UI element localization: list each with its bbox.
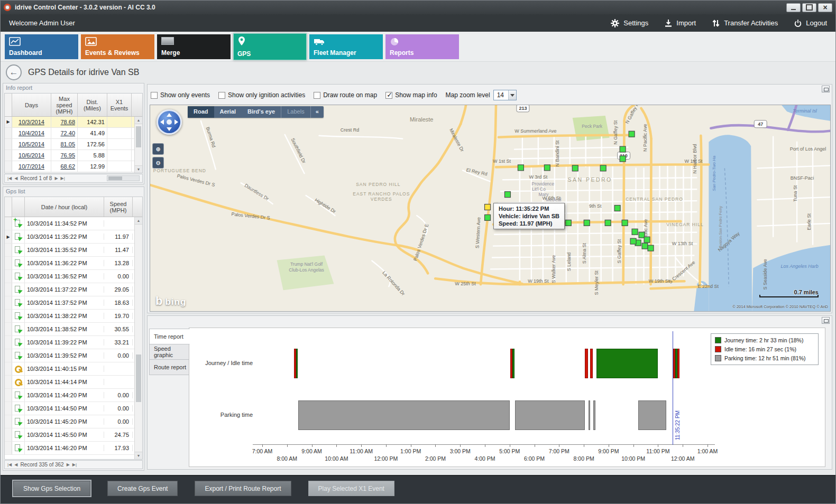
day-link[interactable]: 10/5/2014 [12, 139, 51, 150]
checkbox-box-show-only-events[interactable] [151, 92, 158, 99]
list-item[interactable]: 10/3/2014 11:34:52 PM [5, 217, 142, 230]
list-item[interactable]: 10/3/2014 11:38:52 PM30.55 [5, 323, 142, 336]
gps-marker[interactable] [644, 237, 650, 242]
minimize-button[interactable] [786, 3, 801, 12]
list-item[interactable]: ▶10/3/2014 11:35:22 PM11.97 [5, 230, 142, 244]
list-item[interactable]: 10/3/2014 11:38:22 PM19.70 [5, 310, 142, 323]
scroll-up-icon[interactable]: ▲ [135, 117, 142, 124]
column-header-max-speed[interactable]: Max speed (MPH) [51, 94, 78, 116]
gps-marker[interactable] [620, 146, 626, 152]
back-button[interactable]: ← [6, 64, 22, 80]
checkbox-show-map-info[interactable]: Show map info [385, 91, 437, 99]
list-item[interactable]: 10/3/2014 11:44:50 PM0.00 [5, 402, 142, 415]
show-gps-selection-button[interactable]: Show Gps Selection [13, 481, 90, 496]
nav-last-icon[interactable]: ▶| [61, 176, 65, 181]
map-mode-tab-aerial[interactable]: Aerial [214, 106, 242, 118]
column-header-x1-events[interactable]: X1 Events [107, 94, 132, 116]
tab-route-report[interactable]: Route report [149, 359, 189, 375]
map-compass-control[interactable] [157, 109, 182, 135]
max-speed-link[interactable]: 76.95 [51, 150, 78, 161]
list-item[interactable]: 10/3/2014 11:36:22 PM13.28 [5, 257, 142, 270]
list-item[interactable]: 10/3/2014 11:39:52 PM0.00 [5, 349, 142, 362]
table-row[interactable]: 10/5/201481.05172.56 [5, 139, 142, 150]
tab-fleet-manager[interactable]: Fleet Manager [309, 34, 383, 59]
table-row[interactable]: 10/7/201468.6212.99 [5, 161, 142, 172]
map-mode-tab-birdseye[interactable]: Bird's eye [242, 106, 281, 118]
max-speed-link[interactable]: 72.40 [51, 128, 78, 138]
gps-marker[interactable] [614, 206, 620, 211]
gps-marker-selected[interactable] [485, 204, 491, 210]
logout-button[interactable]: Logout [794, 19, 827, 27]
nav-first-icon[interactable]: |◀ [7, 462, 12, 467]
day-link[interactable]: 10/3/2014 [12, 117, 51, 127]
map-zoom-in-button[interactable]: ⊕ [152, 143, 164, 155]
gps-marker[interactable] [630, 238, 636, 244]
gps-marker[interactable] [642, 243, 648, 249]
gps-marker[interactable] [622, 220, 628, 226]
export-print-route-report-button[interactable]: Export / Print Route Report [195, 481, 291, 496]
table-row[interactable]: 10/6/201476.955.88 [5, 150, 142, 161]
compass-center-dot[interactable] [167, 119, 172, 125]
tab-dashboard[interactable]: Dashboard [5, 34, 78, 59]
max-speed-link[interactable]: 81.05 [51, 139, 78, 150]
gps-marker[interactable] [565, 220, 571, 226]
list-item[interactable]: 10/3/2014 11:40:15 PM [5, 362, 142, 376]
map-zoom-out-button[interactable]: ⊖ [152, 157, 164, 169]
nav-next-icon[interactable]: ▶ [54, 176, 58, 181]
table-row[interactable]: 10/4/201472.4041.49 [5, 128, 142, 139]
map-mode-tab-labels[interactable]: Labels [281, 106, 310, 118]
nav-last-icon[interactable]: ▶| [72, 462, 77, 467]
list-item[interactable]: 10/3/2014 11:37:52 PM18.63 [5, 296, 142, 310]
import-button[interactable]: Import [664, 19, 696, 27]
list-item[interactable]: 10/3/2014 11:45:50 PM24.75 [5, 428, 142, 442]
checkbox-box-draw-route-on-map[interactable] [314, 92, 320, 99]
nav-prev-icon[interactable]: ◀ [14, 176, 17, 181]
column-header-dist[interactable]: Dist. (Miles) [78, 94, 107, 116]
checkbox-box-show-only-ignition-activities[interactable] [218, 92, 225, 99]
checkbox-box-show-map-info[interactable] [385, 92, 392, 99]
close-button[interactable] [818, 3, 832, 12]
create-gps-event-button[interactable]: Create Gps Event [107, 481, 178, 496]
tab-events-reviews[interactable]: Events & Reviews [81, 34, 154, 59]
pan-north-icon[interactable] [167, 113, 172, 117]
checkbox-show-only-ignition-activities[interactable]: Show only ignition activities [218, 91, 305, 99]
gps-marker[interactable] [518, 165, 523, 171]
map-canvas[interactable]: MiralestePeck ParkW Summerland AveCrest … [150, 105, 830, 311]
checkbox-show-only-events[interactable]: Show only events [151, 91, 210, 99]
scroll-up-icon[interactable]: ▲ [135, 217, 142, 225]
gps-list-vertical-scrollbar[interactable]: ▲ ▼ [134, 217, 142, 459]
gps-marker[interactable] [632, 229, 638, 235]
list-item[interactable]: 10/3/2014 11:39:22 PM33.21 [5, 336, 142, 349]
list-item[interactable]: 10/3/2014 11:46:20 PM17.93 [5, 442, 142, 455]
checkbox-draw-route-on-map[interactable]: Draw route on map [314, 91, 377, 99]
pan-west-icon[interactable] [160, 119, 164, 125]
info-report-vertical-scrollbar[interactable]: ▲ ▼ [134, 117, 142, 173]
gps-marker[interactable] [572, 165, 578, 171]
bing-map[interactable]: MiralestePeck ParkW Summerland AveCrest … [150, 105, 831, 312]
map-bar-collapse-chevron-icon[interactable]: « [310, 106, 324, 118]
tab-time-report[interactable]: Time report [149, 329, 190, 344]
collapse-chart-panel-button[interactable] [822, 317, 830, 324]
list-item[interactable]: 10/3/2014 11:35:52 PM11.47 [5, 244, 142, 257]
list-item[interactable]: 10/3/2014 11:44:14 PM [5, 376, 142, 389]
map-zoom-level-select[interactable]: 14 [493, 90, 517, 100]
pan-south-icon[interactable] [167, 127, 172, 131]
map-mode-tab-road[interactable]: Road [188, 106, 214, 118]
scrollbar-thumb[interactable] [136, 126, 141, 147]
chevron-down-icon[interactable] [508, 90, 516, 100]
horizontal-scrollbar[interactable] [107, 175, 140, 181]
gps-marker[interactable] [629, 131, 635, 137]
nav-next-icon[interactable]: ▶ [67, 462, 70, 467]
nav-prev-icon[interactable]: ◀ [14, 462, 17, 467]
tab-gps[interactable]: GPS [233, 33, 307, 60]
day-link[interactable]: 10/4/2014 [12, 128, 51, 138]
maximize-button[interactable] [802, 3, 816, 12]
list-item[interactable]: 10/3/2014 11:37:22 PM29.05 [5, 283, 142, 296]
table-row[interactable]: ▶10/3/201478.68142.31 [5, 117, 142, 128]
column-header-speed[interactable]: Speed (MPH) [104, 197, 133, 217]
column-header-date-hour[interactable]: Date / hour (local) [25, 197, 104, 217]
scroll-down-icon[interactable]: ▼ [135, 452, 142, 459]
max-speed-link[interactable]: 78.68 [51, 117, 78, 127]
gps-marker[interactable] [600, 165, 606, 171]
day-link[interactable]: 10/7/2014 [12, 161, 51, 172]
